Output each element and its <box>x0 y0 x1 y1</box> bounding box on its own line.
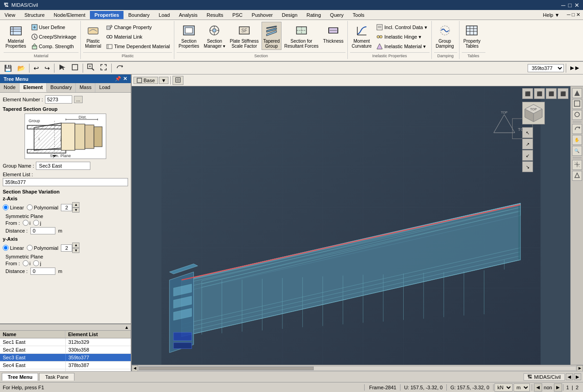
tab-tree-menu[interactable]: Tree Menu <box>2 373 38 381</box>
hscroll-track[interactable] <box>138 366 576 371</box>
y-degree-up[interactable]: ▲ <box>72 243 79 248</box>
section-manager-btn[interactable]: SectionManager ▾ <box>202 22 227 50</box>
toolbar-combo[interactable]: 359to377 <box>528 64 564 72</box>
vp-ctrl-btn-3[interactable]: ⬛ <box>546 88 557 99</box>
list-scroll-up[interactable]: ▲ <box>123 324 131 330</box>
group-name-input[interactable] <box>36 162 90 170</box>
menu-help[interactable]: Help ▼ <box>539 11 564 19</box>
vp-ctrl-btn-4[interactable]: ⬛ <box>558 88 568 99</box>
list-row-selected[interactable]: Sec3 East 359to377 <box>0 354 131 362</box>
menu-results[interactable]: Results <box>202 11 228 19</box>
y-from-i-radio[interactable] <box>23 260 29 266</box>
title-bar-controls[interactable]: ─ □ ✕ <box>561 2 579 9</box>
inelastic-material-btn[interactable]: Inelastic Material ▾ <box>374 42 429 51</box>
toolbar-save-btn[interactable]: 💾 <box>2 63 14 73</box>
rt-btn-pan[interactable]: ✋ <box>572 135 582 145</box>
panel-pin-btn[interactable]: 📌 <box>115 76 121 82</box>
minimize-btn[interactable]: ─ <box>561 2 565 9</box>
thickness-btn[interactable]: Thickness <box>321 22 346 45</box>
vp-view-btn[interactable] <box>173 76 183 85</box>
vp-nav-btn-3[interactable]: ↙ <box>522 150 533 161</box>
vp-nav-btn-4[interactable]: ↘ <box>522 161 533 172</box>
vp-tab-right[interactable]: ▶ <box>574 373 581 380</box>
creep-btn[interactable]: Creep/Shrinkage <box>29 32 79 41</box>
z-degree-up[interactable]: ▲ <box>72 202 79 208</box>
tab-task-pane[interactable]: Task Pane <box>39 373 74 381</box>
moment-curvature-btn[interactable]: MomentCurvature <box>350 22 374 50</box>
z-linear-radio[interactable] <box>3 204 9 210</box>
section-resultant-btn[interactable]: Section forResultant Forces <box>282 22 321 50</box>
element-list-input[interactable] <box>3 178 128 186</box>
menu-load[interactable]: Load <box>154 11 174 19</box>
tab-element[interactable]: Element <box>20 83 47 92</box>
vp-ctrl-btn-1[interactable]: ⬛ <box>522 88 533 99</box>
maximize-btn[interactable]: □ <box>568 2 572 9</box>
toolbar-open-btn[interactable]: 📂 <box>15 63 27 73</box>
rt-btn-rotate[interactable] <box>572 124 582 134</box>
tab-node[interactable]: Node <box>0 83 20 92</box>
toolbar-window-btn[interactable] <box>69 62 81 74</box>
comp-strength-btn[interactable]: Comp. Strength <box>29 42 79 51</box>
y-degree-down[interactable]: ▼ <box>72 248 79 253</box>
material-properties-btn[interactable]: MaterialProperties <box>4 22 28 50</box>
rt-btn-mesh[interactable] <box>572 160 582 170</box>
y-from-j-radio[interactable] <box>33 260 39 266</box>
vp-ctrl-btn-2[interactable]: ⬛ <box>534 88 545 99</box>
vp-orient-btn[interactable]: ▼ <box>159 77 168 84</box>
menu-analysis[interactable]: Analysis <box>174 11 202 19</box>
z-degree-input[interactable] <box>61 204 72 211</box>
z-from-j-radio[interactable] <box>33 220 39 226</box>
rt-btn-section[interactable] <box>572 171 582 181</box>
vp-base-btn[interactable]: Base <box>133 77 158 84</box>
list-row[interactable]: Sec2 East 330to358 <box>0 346 131 354</box>
unit-length-select[interactable]: m <box>514 383 530 392</box>
menu-properties[interactable]: Properties <box>90 11 124 19</box>
element-number-input[interactable] <box>45 95 72 104</box>
incl-control-btn[interactable]: Incl. Control Data ▾ <box>374 23 429 32</box>
tab-load[interactable]: Load <box>95 83 114 92</box>
rt-btn-zoom[interactable]: 🔍 <box>572 146 582 156</box>
tapered-group-btn[interactable]: TaperedGroup <box>262 22 282 50</box>
tab-boundary[interactable]: Boundary <box>47 83 76 92</box>
status-prev-btn[interactable]: ◀ <box>534 383 542 392</box>
list-row[interactable]: Pier 1 69 2769to2771 <box>0 369 131 371</box>
toolbar-view-btn[interactable]: ▶ ▶ <box>568 64 581 72</box>
y-degree-input[interactable] <box>61 244 72 252</box>
toolbar-rotate-btn[interactable] <box>114 62 125 74</box>
rt-btn-1[interactable] <box>572 88 582 98</box>
toolbar-zoom-all-btn[interactable] <box>85 62 97 74</box>
menu-pushover[interactable]: Pushover <box>247 11 277 19</box>
menu-structure[interactable]: Structure <box>20 11 49 19</box>
plate-stiffness-btn[interactable]: SF Plate StiffnessScale Factor <box>228 22 261 50</box>
panel-close-btn[interactable]: ✕ <box>123 76 127 82</box>
toolbar-select-btn[interactable] <box>56 62 68 74</box>
menu-node-element[interactable]: Node/Element <box>49 11 90 19</box>
property-tables-btn[interactable]: PropertyTables <box>462 22 483 50</box>
list-row[interactable]: Sec4 East 378to387 <box>0 362 131 369</box>
y-polynomial-radio[interactable] <box>27 245 33 251</box>
y-linear-radio[interactable] <box>3 245 9 251</box>
inelastic-hinge-btn[interactable]: Inelastic Hinge ▾ <box>374 32 429 41</box>
toolbar-redo-btn[interactable]: ↪ <box>42 63 52 73</box>
viewport-canvas[interactable]: TOP TOP ⬛ ⬛ ⬛ ⬛ <box>132 86 570 365</box>
section-properties-btn[interactable]: SectionProperties <box>177 22 201 50</box>
menu-query[interactable]: Query <box>326 11 348 19</box>
z-distance-input[interactable] <box>30 227 55 234</box>
rt-btn-3[interactable] <box>572 110 582 120</box>
plastic-material-btn[interactable]: PlasticMaterial <box>83 22 103 50</box>
menu-boundary[interactable]: Boundary <box>124 11 154 19</box>
z-degree-down[interactable]: ▼ <box>72 208 79 213</box>
toolbar-undo-btn[interactable]: ↩ <box>31 63 41 73</box>
close-btn[interactable]: ✕ <box>574 2 579 9</box>
z-from-i-radio[interactable] <box>23 220 29 226</box>
menu-design[interactable]: Design <box>277 11 302 19</box>
toolbar-zoom-fit-btn[interactable] <box>98 62 109 74</box>
status-next-btn[interactable]: ▶ <box>554 383 562 392</box>
change-property-btn[interactable]: Change Property <box>104 23 172 32</box>
user-define-btn[interactable]: User Define <box>29 23 79 32</box>
time-dependent-btn[interactable]: Time Dependent Material <box>104 42 172 51</box>
list-row[interactable]: Sec1 East 312to329 <box>0 338 131 346</box>
vp-nav-btn-1[interactable]: ↖ <box>522 127 533 138</box>
unit-force-select[interactable]: kN <box>494 383 513 392</box>
menu-rating[interactable]: Rating <box>302 11 326 19</box>
